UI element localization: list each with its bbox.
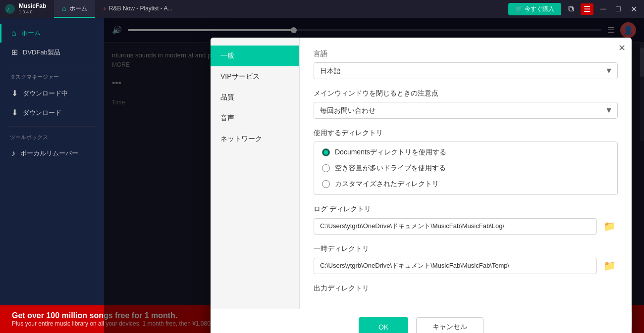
sidebar-item-dvdfab[interactable]: ⊞ DVDFab製品 [0,43,104,62]
radio-large-drive-input[interactable] [322,164,330,172]
app-logo: ♪ MusicFab 1.0.4.0 [4,3,46,15]
language-select[interactable]: 日本語 English 中文 [314,62,618,79]
menu-button[interactable]: ☰ [581,3,593,15]
temp-dir-folder-button[interactable]: 📁 [601,257,618,274]
minimize-button[interactable]: ─ [597,3,609,14]
log-dir-label: ログ ディレクトリ [314,205,618,214]
temp-dir-label: 一時ディレクトリ [314,244,618,253]
dvdfab-icon: ⊞ [11,48,18,57]
tab-home-label: ホーム [69,4,87,13]
directory-label: 使用するディレクトリ [314,129,618,138]
sidebar-divider-2 [8,126,96,127]
toolbox-section: ツールボックス [0,131,104,144]
log-dir-folder-button[interactable]: 📁 [601,218,618,235]
unknown-icon-button[interactable]: ⧉ [565,3,577,14]
output-dir-label: 出力ディレクトリ [314,284,618,293]
sidebar-vocal-label: ボーカルリムーバー [20,149,78,158]
sidebar-item-vocal-remover[interactable]: ♪ ボーカルリムーバー [0,144,104,163]
settings-nav-network[interactable]: ネットワーク [211,129,299,149]
downloading-icon: ⬇ [11,89,18,98]
temp-folder-icon: 📁 [603,260,616,272]
sidebar-downloading-label: ダウンロード中 [23,89,68,98]
music-tab-icon: ♪ [103,5,106,12]
radio-custom-dir-label: カスタマイズされたディレクトリ [335,180,439,189]
task-manager-section: タスクマネージャー [0,70,104,84]
sidebar-dvdfab-label: DVDFab製品 [23,48,60,57]
dialog-close-icon: ✕ [618,43,626,53]
close-behavior-select[interactable]: 毎回お問い合わせ 最小化 終了 [314,102,618,119]
log-folder-icon: 📁 [603,220,616,232]
radio-custom-dir-input[interactable] [322,180,330,188]
radio-documents-label: Documentsディレクトリを使用する [335,148,446,157]
app-version: 1.0.4.0 [19,10,46,15]
cancel-button[interactable]: キャンセル [416,317,483,333]
title-bar: ♪ MusicFab 1.0.4.0 ⌂ ホーム ♪ R&B Now - Pla… [0,0,644,18]
language-label: 言語 [314,49,618,58]
temp-dir-row: 📁 [314,257,618,274]
sidebar-item-download[interactable]: ⬇ ダウンロード [0,103,104,122]
sidebar: ⌂ ホーム ⊞ DVDFab製品 タスクマネージャー ⬇ ダウンロード中 ⬇ ダ… [0,18,104,333]
radio-large-drive[interactable]: 空き容量が多いドライブを使用する [322,164,609,173]
app-logo-icon: ♪ [4,3,16,15]
tab-bar: ⌂ ホーム ♪ R&B Now - Playlist - A... [54,0,508,18]
dialog-footer: OK キャンセル [211,309,632,333]
settings-nav-vip[interactable]: VIPサービス [211,66,299,87]
app-name: MusicFab [19,3,46,9]
cart-icon: 🛒 [515,5,523,12]
radio-documents[interactable]: Documentsディレクトリを使用する [322,148,609,157]
directory-radio-group: Documentsディレクトリを使用する 空き容量が多いドライブを使用する カス… [314,142,618,195]
purchase-button[interactable]: 🛒 今すぐ購入 [508,3,561,15]
purchase-label: 今すぐ購入 [525,5,554,13]
sidebar-home-label: ホーム [21,29,41,38]
home-icon: ⌂ [11,29,16,38]
dialog-body: 一般 VIPサービス 品質 音声 ネットワーク [211,38,632,309]
close-behavior-select-wrapper: 毎回お問い合わせ 最小化 終了 ▼ [314,102,618,119]
log-dir-row: 📁 [314,218,618,235]
radio-documents-input[interactable] [322,148,330,156]
radio-large-drive-label: 空き容量が多いドライブを使用する [335,164,446,173]
title-bar-actions: 🛒 今すぐ購入 ⧉ ☰ ─ □ ✕ [508,3,640,15]
sidebar-item-home[interactable]: ⌂ ホーム [0,24,104,43]
log-dir-input[interactable] [314,218,597,235]
svg-text:♪: ♪ [6,5,10,13]
radio-custom-dir[interactable]: カスタマイズされたディレクトリ [322,180,609,189]
sidebar-item-downloading[interactable]: ⬇ ダウンロード中 [0,84,104,103]
close-behavior-label: メインウィンドウを閉じるときの注意点 [314,89,618,98]
temp-dir-input[interactable] [314,258,597,274]
ok-button[interactable]: OK [359,317,408,333]
settings-dialog: ✕ 一般 VIPサービス 品質 [211,38,632,333]
main-content: ⌂ ホーム ⊞ DVDFab製品 タスクマネージャー ⬇ ダウンロード中 ⬇ ダ… [0,18,644,333]
vocal-remover-icon: ♪ [11,149,15,158]
settings-nav-quality[interactable]: 品質 [211,87,299,108]
menu-icon: ☰ [584,5,590,13]
app-window: ♪ MusicFab 1.0.4.0 ⌂ ホーム ♪ R&B Now - Pla… [0,0,644,333]
settings-nav-general[interactable]: 一般 [211,46,299,66]
close-window-button[interactable]: ✕ [628,3,640,15]
download-icon: ⬇ [11,108,18,117]
settings-nav: 一般 VIPサービス 品質 音声 ネットワーク [211,38,300,309]
maximize-button[interactable]: □ [613,3,624,14]
sidebar-divider-1 [8,66,96,66]
settings-content: 言語 日本語 English 中文 ▼ メインウィンドウを閉じるときの注意点 [300,38,632,309]
dialog-close-button[interactable]: ✕ [618,43,626,53]
tab-music-label: R&B Now - Playlist - A... [109,5,173,12]
sidebar-download-label: ダウンロード [23,108,61,117]
tab-music[interactable]: ♪ R&B Now - Playlist - A... [95,0,181,18]
language-select-wrapper: 日本語 English 中文 ▼ [314,62,618,79]
home-tab-icon: ⌂ [62,4,66,12]
settings-nav-audio[interactable]: 音声 [211,108,299,129]
tab-home[interactable]: ⌂ ホーム [54,0,95,18]
right-content: 🔊 ☰ 👤 nturous sounds in modern al and pr… [104,18,644,333]
